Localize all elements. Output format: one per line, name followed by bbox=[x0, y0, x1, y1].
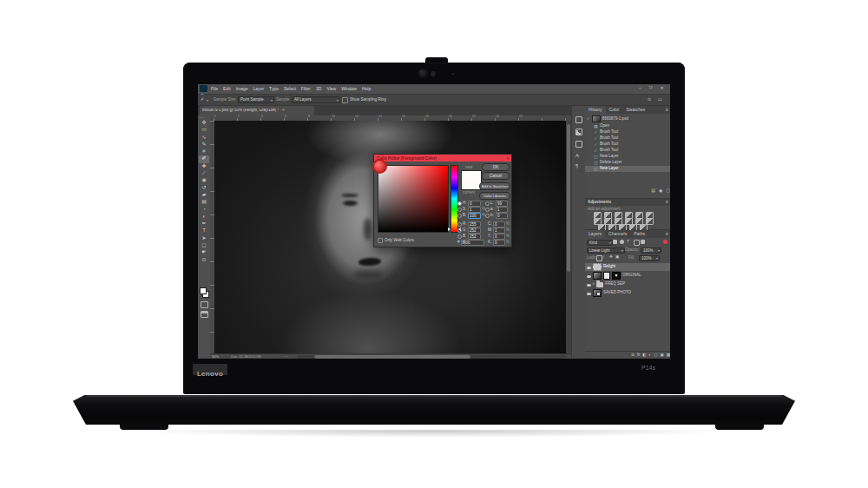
clone-stamp-tool[interactable]: ◉ bbox=[201, 177, 206, 184]
history-brush-tool[interactable]: ↺ bbox=[201, 185, 206, 192]
fill-dropdown[interactable]: 100% ▾ bbox=[639, 255, 660, 261]
rectangular-marquee-tool[interactable]: ▭ bbox=[201, 127, 207, 134]
new-adjustment-layer-icon[interactable]: ◐ bbox=[648, 353, 651, 358]
adjustments-header[interactable]: Adjustments ≡ bbox=[585, 199, 670, 206]
opacity-dropdown[interactable]: 100% ▾ bbox=[641, 247, 661, 254]
lock-all-icon[interactable]: ▣ bbox=[615, 255, 619, 260]
menu-item-select[interactable]: Select bbox=[284, 87, 296, 91]
menu-item-edit[interactable]: Edit bbox=[223, 87, 231, 91]
history-state-brush3[interactable]: ∕ Brush Tool bbox=[585, 142, 670, 148]
new-snapshot-icon[interactable]: ◉ bbox=[659, 188, 662, 193]
zoom-tool[interactable]: ⊙ bbox=[201, 257, 206, 264]
y-field[interactable]: 0 bbox=[493, 234, 505, 240]
b2-field[interactable]: 252 bbox=[468, 234, 481, 240]
visibility-eye-icon[interactable] bbox=[587, 275, 591, 278]
workspace-icon[interactable]: ▭ bbox=[658, 97, 662, 102]
r-field[interactable]: 255 bbox=[468, 221, 481, 228]
only-web-colors-checkbox[interactable] bbox=[378, 238, 383, 243]
tab-color[interactable]: Color bbox=[606, 106, 623, 114]
tab-layers[interactable]: Layers bbox=[585, 230, 605, 238]
m-field[interactable]: 1 bbox=[493, 228, 505, 234]
tab-history[interactable]: History bbox=[585, 106, 606, 114]
visibility-eye-icon[interactable] bbox=[587, 284, 591, 287]
crop-tool[interactable]: # bbox=[202, 148, 205, 155]
panel-menu-icon[interactable]: ≡ bbox=[666, 108, 668, 112]
visibility-eye-icon[interactable] bbox=[587, 267, 591, 269]
eyedropper-tool[interactable]: ✐ bbox=[199, 155, 209, 162]
history-state-new-layer1[interactable]: ▢ New Layer bbox=[585, 154, 670, 160]
lab-b-field[interactable]: 0 bbox=[496, 213, 508, 219]
dialog-close-icon[interactable]: ✕ bbox=[506, 156, 510, 161]
restore-button[interactable]: ❐ bbox=[649, 86, 653, 90]
c-field[interactable]: 0 bbox=[493, 221, 505, 228]
spot-healing-tool[interactable]: ✚ bbox=[201, 163, 206, 170]
new-group-icon[interactable]: ▢ bbox=[654, 353, 657, 358]
radio-s[interactable] bbox=[457, 208, 462, 212]
layer-row-original[interactable]: ▼ ORIGINAL bbox=[585, 272, 670, 280]
tool-preset-caret-icon[interactable]: ▾ bbox=[207, 98, 208, 102]
group-expander-icon[interactable]: ▸ bbox=[593, 282, 595, 287]
menu-item-layer[interactable]: Layer bbox=[253, 87, 265, 91]
lock-pixels-icon[interactable]: ∕ bbox=[603, 255, 604, 260]
menu-item-window[interactable]: Window bbox=[341, 87, 357, 91]
history-state-open[interactable]: ▤ Open bbox=[585, 123, 670, 129]
close-button[interactable]: ✕ bbox=[660, 86, 663, 90]
menu-item-filter[interactable]: Filter bbox=[301, 87, 311, 91]
b-field[interactable]: 100 bbox=[468, 213, 481, 219]
document-tab[interactable]: 8660879-1.psd @ 50% (Relight, Gray/16#) … bbox=[200, 106, 314, 115]
pen-tool[interactable]: ✒ bbox=[201, 221, 206, 228]
link-layers-icon[interactable]: ⧉ bbox=[631, 353, 634, 358]
g-field[interactable]: 252 bbox=[468, 228, 481, 234]
k-field[interactable]: 0 bbox=[493, 240, 505, 246]
add-to-swatches-button[interactable]: Add to Swatches bbox=[479, 182, 510, 190]
panel-menu-icon[interactable]: ≡ bbox=[666, 232, 668, 236]
tab-paths[interactable]: Paths bbox=[630, 230, 648, 238]
l-field[interactable]: 99 bbox=[496, 201, 508, 207]
new-document-from-state-icon[interactable]: ▤ bbox=[651, 188, 655, 193]
dock-navigator-icon[interactable] bbox=[575, 116, 582, 123]
lock-transparency-icon[interactable] bbox=[596, 255, 602, 261]
new-layer-icon[interactable]: ▣ bbox=[660, 353, 663, 358]
filter-pixel-layers-icon[interactable] bbox=[613, 240, 617, 244]
delete-state-icon[interactable]: ▢ bbox=[666, 188, 670, 193]
path-selection-tool[interactable]: ➤ bbox=[201, 235, 206, 242]
radio-b[interactable] bbox=[457, 214, 462, 218]
screen-mode-icon[interactable] bbox=[201, 311, 208, 318]
type-tool[interactable]: T bbox=[202, 228, 206, 234]
history-state-new-layer2[interactable]: ▢ New Layer bbox=[585, 166, 670, 172]
filter-adjustment-layers-icon[interactable] bbox=[620, 240, 624, 244]
horizontal-scrollbar[interactable] bbox=[297, 355, 566, 359]
tab-swatches[interactable]: Swatches bbox=[623, 106, 649, 114]
color-field[interactable] bbox=[378, 165, 449, 233]
filter-toggle-icon[interactable] bbox=[663, 240, 667, 244]
filter-smart-objects-icon[interactable] bbox=[641, 240, 645, 244]
quick-mask-icon[interactable] bbox=[201, 301, 208, 308]
radio-h[interactable] bbox=[457, 201, 462, 206]
visibility-eye-icon[interactable] bbox=[587, 293, 591, 295]
h-field[interactable]: 0 bbox=[468, 201, 481, 207]
tab-channels[interactable]: Channels bbox=[605, 230, 630, 238]
history-state-brush1[interactable]: ∕ Brush Tool bbox=[585, 129, 670, 135]
move-tool[interactable]: ✥ bbox=[201, 120, 206, 127]
layer-row-freq-sep[interactable]: ▸ FREQ SEP bbox=[585, 280, 670, 288]
radio-r[interactable] bbox=[457, 222, 462, 227]
hue-slider-marker-left[interactable] bbox=[448, 228, 450, 231]
history-state-brush4[interactable]: ∕ Brush Tool bbox=[585, 148, 670, 154]
layer-row-saved-photo[interactable]: SAVED PHOTO bbox=[585, 289, 670, 297]
history-snapshot-row[interactable]: ✓ 8660879-1.psd bbox=[585, 115, 670, 122]
radio-g[interactable] bbox=[457, 228, 462, 233]
menu-item-view[interactable]: View bbox=[326, 87, 336, 91]
blend-mode-dropdown[interactable]: Linear Light ▾ bbox=[587, 247, 625, 254]
gradient-tool[interactable]: ▤ bbox=[201, 199, 207, 206]
zoom-level[interactable]: 50% bbox=[212, 355, 219, 359]
layer-effects-icon[interactable]: fx bbox=[637, 353, 641, 358]
dodge-tool[interactable]: ◐ bbox=[202, 214, 206, 221]
sample-dropdown[interactable]: All Layers ▾ bbox=[292, 96, 340, 103]
menu-item-file[interactable]: File bbox=[211, 87, 218, 91]
radio-a[interactable] bbox=[485, 208, 490, 212]
cancel-button[interactable]: Cancel bbox=[482, 172, 510, 180]
show-sampling-ring-checkbox[interactable]: ✓ bbox=[342, 97, 348, 103]
dialog-title-bar[interactable]: Color Picker (Foreground Color) ✕ bbox=[374, 155, 511, 162]
foreground-color-swatch[interactable] bbox=[200, 287, 207, 294]
dock-character-icon[interactable]: A bbox=[575, 153, 579, 158]
